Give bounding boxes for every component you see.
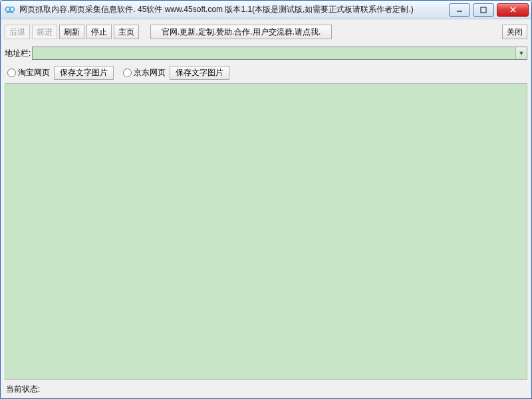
content-area xyxy=(5,83,527,380)
radio-taobao-label: 淘宝网页 xyxy=(18,67,50,78)
radio-jingdong-input[interactable] xyxy=(123,68,132,77)
titlebar: 网页抓取内容,网页采集信息软件. 45软件 www.45soft.com 版本1… xyxy=(1,1,531,19)
save-text-image-button-2[interactable]: 保存文字图片 xyxy=(170,66,229,80)
status-label: 当前状态: xyxy=(6,384,40,395)
address-row: 地址栏: ▼ xyxy=(5,46,527,61)
close-window-button[interactable] xyxy=(497,3,529,17)
svg-rect-3 xyxy=(481,7,486,13)
radio-jingdong-label: 京东网页 xyxy=(134,67,166,78)
close-button[interactable]: 关闭 xyxy=(502,25,527,39)
save-text-image-button-1[interactable]: 保存文字图片 xyxy=(54,66,114,80)
address-input[interactable] xyxy=(33,47,515,59)
home-button[interactable]: 主页 xyxy=(114,25,139,39)
refresh-button[interactable]: 刷新 xyxy=(59,25,84,39)
app-window: 网页抓取内容,网页采集信息软件. 45软件 www.45soft.com 版本1… xyxy=(0,0,532,399)
forward-button[interactable]: 前进 xyxy=(32,25,57,39)
client-area: 后退 前进 刷新 停止 主页 官网.更新.定制.赞助.合作.用户交流群.请点我.… xyxy=(1,19,531,398)
chevron-down-icon[interactable]: ▼ xyxy=(515,47,527,59)
options-row: 淘宝网页 保存文字图片 京东网页 保存文字图片 xyxy=(5,65,527,80)
stop-button[interactable]: 停止 xyxy=(86,25,112,39)
radio-taobao-input[interactable] xyxy=(7,68,16,77)
maximize-button[interactable] xyxy=(473,3,494,17)
radio-jingdong[interactable]: 京东网页 xyxy=(123,67,166,78)
promo-button[interactable]: 官网.更新.定制.赞助.合作.用户交流群.请点我. xyxy=(150,25,332,39)
address-combobox[interactable]: ▼ xyxy=(32,47,527,60)
app-icon xyxy=(5,5,15,15)
minimize-button[interactable] xyxy=(449,3,470,17)
address-label: 地址栏: xyxy=(5,48,31,59)
toolbar: 后退 前进 刷新 停止 主页 官网.更新.定制.赞助.合作.用户交流群.请点我.… xyxy=(5,23,527,41)
status-bar: 当前状态: xyxy=(5,382,527,396)
window-title: 网页抓取内容,网页采集信息软件. 45软件 www.45soft.com 版本1… xyxy=(19,4,449,15)
window-controls xyxy=(449,3,529,17)
radio-taobao[interactable]: 淘宝网页 xyxy=(7,67,50,78)
back-button[interactable]: 后退 xyxy=(5,25,30,39)
